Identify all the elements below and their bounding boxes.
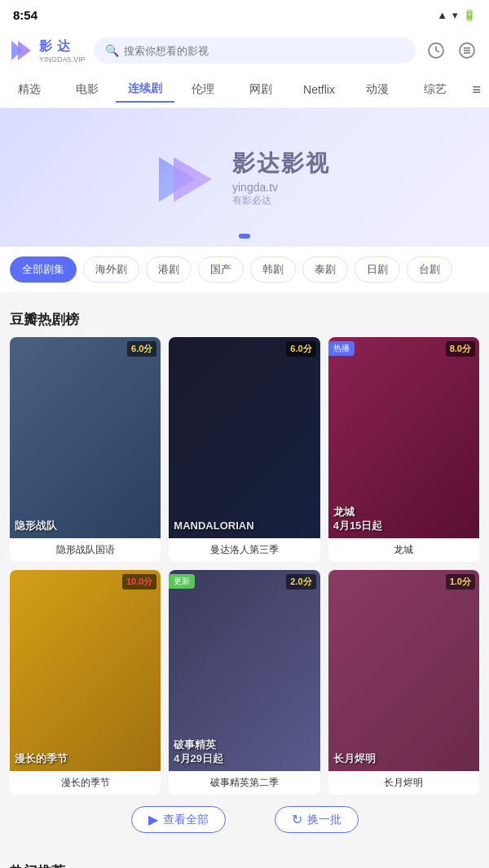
tag-thai[interactable]: 泰剧 <box>302 256 348 283</box>
movie-thumb-1: 隐形战队 6.0分 <box>10 337 161 538</box>
nav-more-icon[interactable]: ≡ <box>465 81 490 99</box>
nav-item-dianying[interactable]: 电影 <box>58 77 116 102</box>
view-all-button[interactable]: ▶ 查看全部 <box>131 806 226 833</box>
douban-section-title: 豆瓣热剧榜 <box>10 299 479 337</box>
movie-badge-5: 更新 <box>169 574 195 589</box>
logo-title: 影 达 <box>39 38 86 55</box>
movie-thumb-text-4: 漫长的季节 <box>15 752 68 766</box>
movie-thumb-text-1: 隐形战队 <box>15 519 57 533</box>
movie-card-4[interactable]: 漫长的季节 10.0分 漫长的季节 <box>10 570 161 795</box>
svg-marker-8 <box>174 157 212 202</box>
banner: 影达影视 yingda.tv 有影必达 <box>0 108 489 247</box>
search-icon: 🔍 <box>105 44 119 57</box>
movie-card-3[interactable]: 龙城4月15日起 8.0分 热播 龙城 <box>328 337 479 562</box>
movie-score-1: 6.0分 <box>127 341 156 357</box>
nav-bar: 精选 电影 连续剧 伦理 网剧 Netflix 动漫 综艺 ≡ <box>0 72 489 108</box>
banner-dot-1 <box>239 234 250 239</box>
status-icons: ▲ ▾ 🔋 <box>437 9 476 21</box>
movie-card-6[interactable]: 长月烬明 1.0分 长月烬明 <box>328 570 479 795</box>
movie-title-2: 曼达洛人第三季 <box>169 538 319 562</box>
refresh-icon: ↻ <box>292 812 302 827</box>
movie-thumb-text-3: 龙城4月15日起 <box>333 506 383 533</box>
nav-item-jingxuan[interactable]: 精选 <box>0 77 58 102</box>
header-icons <box>424 38 479 63</box>
movie-title-6: 长月烬明 <box>328 771 479 795</box>
movie-score-3: 8.0分 <box>446 341 475 357</box>
wifi-icon: ▾ <box>452 9 458 21</box>
tag-all[interactable]: 全部剧集 <box>10 256 77 283</box>
banner-dots <box>239 234 250 239</box>
movie-thumb-text-2: MANDALORIAN <box>174 519 253 533</box>
nav-item-wangju[interactable]: 网剧 <box>232 77 290 102</box>
movie-score-5: 2.0分 <box>286 574 315 590</box>
hot-section: 热门推荐 只是结婚的关系 8.0分 只是结婚的关系 爱上特种兵 7.0分 爱上特… <box>0 851 489 868</box>
play-circle-icon: ▶ <box>148 812 158 827</box>
tag-hk[interactable]: 港剧 <box>146 256 192 283</box>
nav-item-lianjuju[interactable]: 连续剧 <box>116 77 174 103</box>
movie-thumb-6: 长月烬明 1.0分 <box>328 570 479 771</box>
tag-taiwan[interactable]: 台剧 <box>407 256 452 283</box>
banner-content: 影达影视 yingda.tv 有影必达 <box>159 148 330 208</box>
banner-play-icon <box>159 153 216 202</box>
history-button[interactable] <box>424 38 448 63</box>
nav-item-zongyi[interactable]: 综艺 <box>406 77 464 102</box>
movie-card-5[interactable]: 破事精英4月29日起 2.0分 更新 破事精英第二季 <box>169 570 319 795</box>
movie-thumb-text-5: 破事精英4月29日起 <box>174 739 223 766</box>
tag-korean[interactable]: 韩剧 <box>250 256 296 283</box>
search-input[interactable] <box>124 45 404 57</box>
nav-item-netflix[interactable]: Netflix <box>290 78 348 101</box>
tag-japanese[interactable]: 日剧 <box>355 256 400 283</box>
view-all-label: 查看全部 <box>163 813 209 827</box>
movie-thumb-text-6: 长月烬明 <box>333 752 376 766</box>
movie-card-2[interactable]: MANDALORIAN 6.0分 曼达洛人第三季 <box>169 337 319 562</box>
banner-title: 影达影视 <box>232 148 330 179</box>
movie-title-3: 龙城 <box>328 538 479 562</box>
movie-thumb-4: 漫长的季节 10.0分 <box>10 570 161 771</box>
battery-icon: 🔋 <box>463 9 476 21</box>
movie-thumb-5: 破事精英4月29日起 2.0分 更新 <box>169 570 319 771</box>
movie-title-4: 漫长的季节 <box>10 771 161 795</box>
menu-icon-button[interactable] <box>455 38 479 63</box>
movie-title-1: 隐形战队国语 <box>10 538 161 562</box>
status-bar: 8:54 ▲ ▾ 🔋 <box>0 0 489 29</box>
status-time: 8:54 <box>13 8 37 22</box>
movie-card-1[interactable]: 隐形战队 6.0分 隐形战队国语 <box>10 337 161 562</box>
logo-subtitle: YINGDA5.VIP <box>39 55 86 64</box>
movie-title-5: 破事精英第二季 <box>169 771 319 795</box>
movie-thumb-3: 龙城4月15日起 8.0分 热播 <box>328 337 479 538</box>
movie-score-2: 6.0分 <box>286 341 315 357</box>
movie-badge-3: 热播 <box>328 341 355 356</box>
banner-text-area: 影达影视 yingda.tv 有影必达 <box>232 148 330 208</box>
movie-score-4: 10.0分 <box>122 574 156 590</box>
tag-domestic[interactable]: 国产 <box>198 256 244 283</box>
movie-score-6: 1.0分 <box>446 574 475 590</box>
filter-tags: 全部剧集 海外剧 港剧 国产 韩剧 泰剧 日剧 台剧 <box>0 247 489 292</box>
signal-icon: ▲ <box>437 9 447 21</box>
logo-area: 影 达 YINGDA5.VIP <box>10 37 86 64</box>
nav-item-lunli[interactable]: 伦理 <box>174 77 232 102</box>
movie-thumb-2: MANDALORIAN 6.0分 <box>169 337 319 538</box>
logo-icon <box>10 37 36 64</box>
refresh-label: 换一批 <box>307 813 341 827</box>
header: 影 达 YINGDA5.VIP 🔍 <box>0 29 489 72</box>
search-bar[interactable]: 🔍 <box>94 37 416 64</box>
svg-marker-1 <box>18 41 31 60</box>
action-row: ▶ 查看全部 ↻ 换一批 <box>0 795 489 844</box>
nav-item-dongman[interactable]: 动漫 <box>348 77 406 102</box>
hot-section-title: 热门推荐 <box>10 851 479 868</box>
refresh-button[interactable]: ↻ 换一批 <box>275 806 359 833</box>
douban-movie-grid: 隐形战队 6.0分 隐形战队国语 MANDALORIAN 6.0分 曼达洛人第三… <box>10 337 479 795</box>
logo-text: 影 达 YINGDA5.VIP <box>39 38 86 64</box>
banner-slogan: 有影必达 <box>232 194 330 208</box>
douban-section: 豆瓣热剧榜 隐形战队 6.0分 隐形战队国语 MANDALORIAN 6.0分 … <box>0 299 489 795</box>
tag-overseas[interactable]: 海外剧 <box>83 256 139 283</box>
banner-url: yingda.tv <box>232 181 330 194</box>
